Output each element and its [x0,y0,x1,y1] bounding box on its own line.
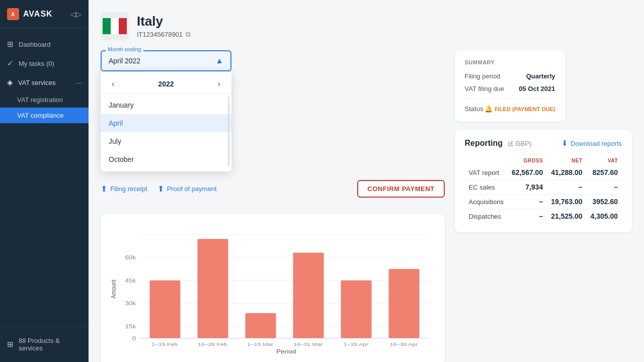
row-vat: 4,305.00 [587,209,622,224]
dashboard-icon: ⊞ [7,40,14,49]
sidebar-item-dashboard[interactable]: ⊞ Dashboard [0,35,89,54]
filing-period-label: Filing period [465,72,501,80]
italy-flag [103,18,127,34]
summary-title: SUMMARY [465,59,555,65]
vat-services-icon: ◈ [7,78,13,87]
month-selector-wrap: Month ending April 2022 ▲ ‹ 2022 › Janua… [101,50,445,71]
upload-icon-2: ⬆ [157,184,164,194]
download-reports-button[interactable]: ⬇ Download reports [561,139,622,148]
month-dropdown-menu: ‹ 2022 › January April July October [101,71,231,171]
col-gross: GROSS [508,156,547,165]
row-label: EC sales [465,180,508,195]
svg-text:1–15 Apr: 1–15 Apr [344,341,368,347]
sidebar-item-vat-services[interactable]: ◈ VAT services — [0,73,89,92]
prev-year-button[interactable]: ‹ [109,78,117,89]
vat-services-collapse-icon: — [76,79,82,85]
row-net: 41,288.00 [547,165,586,180]
table-row: EC sales 7,934 – – [465,180,622,195]
dropdown-option-april[interactable]: April [101,114,231,132]
flag-red [119,18,127,34]
sidebar-item-vat-registration[interactable]: VAT registration [0,92,89,108]
svg-rect-16 [389,269,420,338]
vat-filing-due-row: VAT filing due 05 Oct 2021 [465,85,555,93]
sidebar-nav: ⊞ Dashboard ✓ My tasks (0) ◈ VAT service… [0,29,89,326]
row-gross: – [508,209,547,224]
svg-text:Period: Period [276,348,296,354]
country-flag [101,12,129,40]
svg-text:1–15 Feb: 1–15 Feb [152,341,178,347]
filing-period-value: Quarterly [526,72,555,80]
copy-vat-button[interactable]: ⧉ [186,30,191,39]
svg-text:16–28 Feb: 16–28 Feb [198,341,227,347]
left-panel: Month ending April 2022 ▲ ‹ 2022 › Janua… [101,50,445,362]
status-badge: 🔔 FILED (PAYMENT DUE) [485,105,555,113]
year-navigation: ‹ 2022 › [101,74,231,94]
next-year-button[interactable]: › [215,78,223,89]
svg-text:60k: 60k [125,255,136,261]
reporting-section: Reporting (£ GBP) ⬇ Download reports GRO… [455,130,632,232]
report-table-header: GROSS NET VAT [465,156,622,165]
report-table: GROSS NET VAT VAT report 62,567.00 41,28… [465,156,622,223]
reporting-title: Reporting [465,139,503,147]
vat-filing-due-label: VAT filing due [465,85,505,93]
tasks-icon: ✓ [7,59,14,68]
summary-divider [465,99,555,99]
logo-icon: A [7,8,19,20]
reporting-title-area: Reporting (£ GBP) [465,139,532,148]
dropdown-option-january[interactable]: January [101,96,231,114]
row-gross: 62,567.00 [508,165,547,180]
reporting-currency: (£ GBP) [508,140,532,147]
svg-text:15k: 15k [125,323,136,329]
bar-chart: 0 15k 30k 45k 60k [109,224,437,354]
dropdown-scrollbar [228,97,229,166]
month-selector-label: Month ending [106,46,143,52]
row-net: – [547,180,586,195]
sidebar-item-my-tasks[interactable]: ✓ My tasks (0) [0,54,89,73]
dropdown-option-october[interactable]: October [101,150,231,168]
vat-filing-due-value: 05 Oct 2021 [519,85,555,93]
row-gross: 7,934 [508,180,547,195]
bell-icon: 🔔 [485,105,493,113]
chevron-up-icon: ▲ [215,56,223,65]
chart-area: 0 15k 30k 45k 60k [101,214,445,362]
svg-text:0: 0 [132,335,136,341]
svg-rect-11 [149,281,180,338]
row-vat: – [587,180,622,195]
sidebar-logo: A AVASK ◁▷ [0,0,89,29]
reporting-header: Reporting (£ GBP) ⬇ Download reports [465,139,622,148]
svg-text:16–30 Apr: 16–30 Apr [390,341,418,347]
confirm-payment-button[interactable]: CONFIRM PAYMENT [357,180,444,198]
row-vat: 8257.60 [587,165,622,180]
sidebar-item-vat-compliance[interactable]: VAT compliance [0,108,89,123]
svg-text:30k: 30k [125,301,136,307]
svg-text:16–31 Mar: 16–31 Mar [293,341,323,347]
svg-rect-15 [341,281,372,338]
country-name: Italy [137,14,191,29]
row-label: Dispatches [465,209,508,224]
flag-green [103,18,111,34]
svg-text:45k: 45k [125,278,136,284]
svg-text:Amount: Amount [109,280,117,299]
dropdown-option-july[interactable]: July [101,132,231,150]
col-vat: VAT [587,156,622,165]
filing-receipt-button[interactable]: ⬆ Filing receipt [101,184,147,194]
summary-card: SUMMARY Filing period Quarterly VAT fili… [455,50,566,122]
row-label: Acquisitions [465,195,508,209]
month-selector[interactable]: April 2022 ▲ [101,50,231,71]
sidebar-collapse-button[interactable]: ◁▷ [70,10,82,18]
country-vat-id: IT12345678901 ⧉ [137,30,191,39]
products-icon: ⊞ [7,340,14,349]
content-area: Month ending April 2022 ▲ ‹ 2022 › Janua… [101,50,632,362]
svg-text:1–15 Mar: 1–15 Mar [248,341,274,347]
main-content: Italy IT12345678901 ⧉ Month ending April… [89,0,644,362]
col-net: NET [547,156,586,165]
proof-payment-button[interactable]: ⬆ Proof of payment [157,184,217,194]
sidebar-footer-products[interactable]: ⊞ 88 Products & services [7,333,82,356]
status-label: Status [465,105,484,113]
svg-rect-13 [245,313,276,338]
country-header: Italy IT12345678901 ⧉ [101,12,632,40]
right-panel: SUMMARY Filing period Quarterly VAT fili… [455,50,632,362]
row-gross: – [508,195,547,209]
row-net: 21,525.00 [547,209,586,224]
country-info: Italy IT12345678901 ⧉ [137,14,191,39]
